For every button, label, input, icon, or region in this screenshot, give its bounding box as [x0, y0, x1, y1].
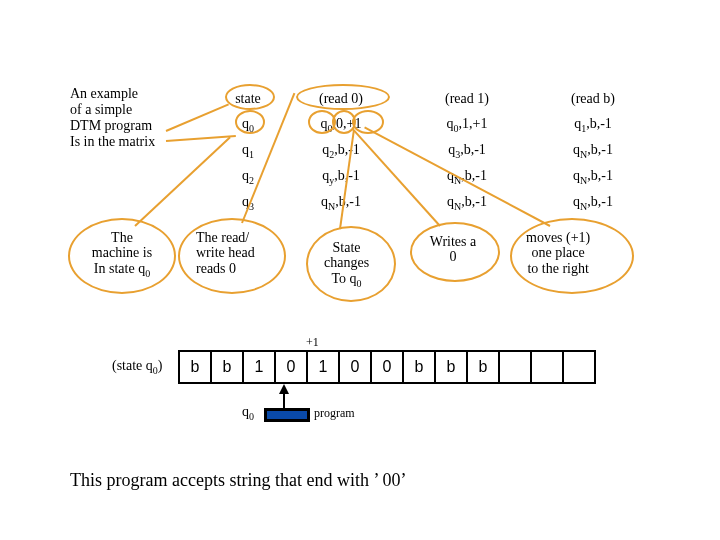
bubble-moves-txt: moves (+1) one place to the right — [526, 230, 590, 276]
tape-plus1: +1 — [306, 335, 319, 350]
circle-q0-state — [235, 110, 265, 134]
tape-cell — [531, 351, 563, 383]
cell: q — [573, 194, 580, 209]
cell: ,b,-1 — [587, 194, 613, 209]
t: To q — [332, 271, 357, 286]
t: reads 0 — [196, 261, 236, 276]
tape-cell — [499, 351, 531, 383]
t: q — [242, 404, 249, 419]
t: The read/ — [196, 230, 249, 245]
t: ) — [158, 358, 163, 373]
t: one place — [532, 245, 585, 260]
tape-cell: 0 — [371, 351, 403, 383]
tape-cell: b — [467, 351, 499, 383]
tape-cell: b — [211, 351, 243, 383]
tape-cell: b — [403, 351, 435, 383]
sub: 1 — [249, 149, 254, 160]
circle-state-hdr — [225, 84, 275, 110]
cell: q — [447, 116, 454, 131]
intro-text: An example of a simple DTM program Is in… — [70, 86, 155, 150]
hdr-read1: (read 1) — [404, 86, 530, 112]
tape-cell: 0 — [275, 351, 307, 383]
table-row: q3 qN,b,-1 qN,b,-1 qN,b,-1 — [218, 190, 656, 216]
program-box — [264, 408, 310, 422]
tape-cell: 1 — [307, 351, 339, 383]
head-arrow-stem — [283, 394, 285, 408]
cell: ,b,-1 — [586, 116, 612, 131]
t: moves (+1) — [526, 230, 590, 245]
tape: b b 1 0 1 0 0 b b b — [178, 350, 596, 384]
t: changes — [324, 255, 369, 270]
sub: 0 — [249, 411, 254, 422]
cell: q — [573, 142, 580, 157]
tape-state-label: (state q0) — [112, 358, 163, 376]
intro-l2: of a simple — [70, 102, 132, 117]
bubble-state-txt: State changes To q0 — [324, 240, 369, 289]
cell: ,b,-1 — [461, 194, 487, 209]
head-state: q0 — [242, 404, 254, 422]
intro-l4: Is in the matrix — [70, 134, 155, 149]
cell: q — [573, 168, 580, 183]
cell: q — [242, 142, 249, 157]
cell: q — [242, 168, 249, 183]
cell: ,b,-1 — [587, 168, 613, 183]
cell: q — [321, 194, 328, 209]
intro-l1: An example — [70, 86, 138, 101]
tape-cell: 0 — [339, 351, 371, 383]
intro-l3: DTM program — [70, 118, 152, 133]
conclusion-text: This program accepts string that end wit… — [70, 470, 407, 491]
t: 0 — [450, 249, 457, 264]
cell: q — [447, 194, 454, 209]
bubble-writes-txt: Writes a 0 — [426, 234, 480, 265]
tape-cell — [563, 351, 595, 383]
t: machine is — [92, 245, 152, 260]
table-row: q2 qy,b,-1 qN,b,-1 qN,b,-1 — [218, 164, 656, 190]
t: Writes a — [430, 234, 476, 249]
tape-cell: b — [435, 351, 467, 383]
t: In state q — [94, 261, 145, 276]
t: (state q — [112, 358, 153, 373]
t: The — [111, 230, 133, 245]
tape-cell: b — [179, 351, 211, 383]
table-row: q1 q2,b,-1 q3,b,-1 qN,b,-1 — [218, 138, 656, 164]
tape-cell: 1 — [243, 351, 275, 383]
sub: 0 — [145, 268, 150, 279]
hdr-readb: (read b) — [530, 86, 656, 112]
sub: 2 — [249, 175, 254, 186]
cell: ,b,-1 — [460, 142, 486, 157]
bubble-readhead-txt: The read/ write head reads 0 — [196, 230, 255, 276]
head-arrow-icon — [279, 384, 289, 394]
bubble-machine-txt: The machine is In state q0 — [86, 230, 158, 279]
cell: ,b,-1 — [335, 194, 361, 209]
cell: ,b,-1 — [334, 142, 360, 157]
cell: ,b,-1 — [587, 142, 613, 157]
cell: ,1,+1 — [459, 116, 488, 131]
transition-table: state (read 0) (read 1) (read b) q0 q0,0… — [218, 86, 656, 216]
t: to the right — [527, 261, 588, 276]
t: State — [333, 240, 361, 255]
program-label: program — [314, 406, 355, 421]
sub: 0 — [357, 278, 362, 289]
circle-read0-hdr — [296, 84, 390, 110]
t: write head — [196, 245, 255, 260]
